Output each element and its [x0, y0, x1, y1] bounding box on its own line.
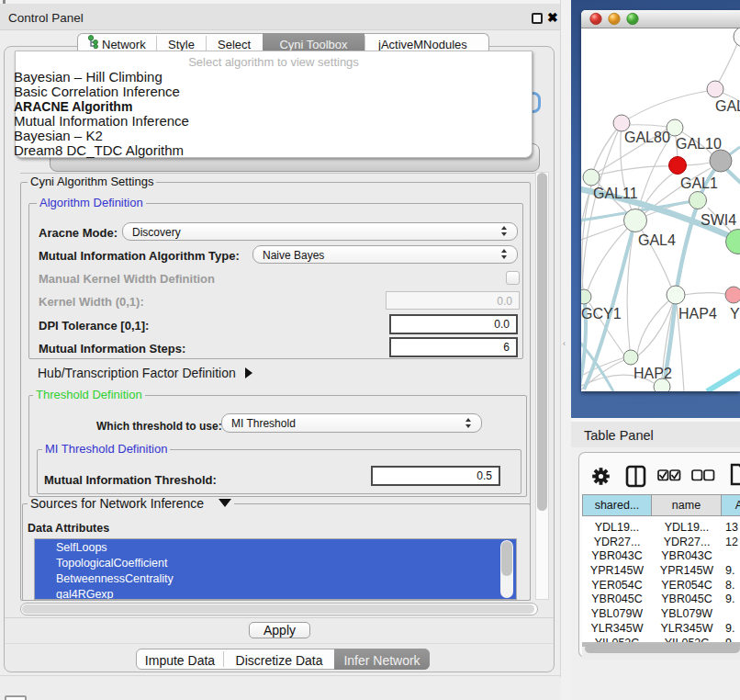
svg-text:GCY1: GCY1 [581, 306, 622, 322]
svg-text:Y: Y [730, 306, 740, 322]
svg-text:GAL80: GAL80 [715, 98, 740, 114]
svg-text:GAL80: GAL80 [624, 130, 670, 145]
svg-text:GAL11: GAL11 [593, 186, 638, 201]
svg-text:GAL1: GAL1 [680, 175, 718, 191]
svg-text:GAL10: GAL10 [676, 136, 722, 152]
svg-text:SWI4: SWI4 [701, 212, 736, 228]
svg-text:HAP4: HAP4 [678, 306, 717, 322]
svg-text:HAP2: HAP2 [633, 366, 672, 381]
svg-text:GAL4: GAL4 [638, 232, 676, 248]
